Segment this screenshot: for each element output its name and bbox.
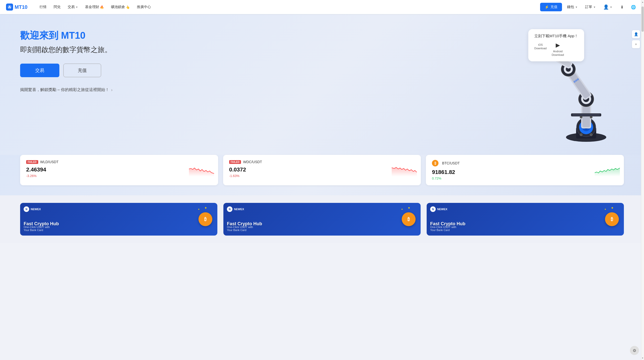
ticker-change-wdc: -1.63% bbox=[229, 174, 415, 178]
app-download-title: 立刻下載MT10手機 App！ bbox=[534, 34, 578, 38]
ticker-card-wld[interactable]: FAILED WLD/USDT 2.46394 -3.26% bbox=[20, 155, 218, 185]
fund-badge: 🔥 bbox=[100, 5, 104, 9]
banner-logo-text-1: NEWEX bbox=[234, 208, 244, 211]
nav-links: 行情 閃兌 交易 ▼ 基金理財 🔥 礦池鎖倉 👆 推廣中心 bbox=[36, 3, 533, 11]
ticker-status-wld: FAILED bbox=[26, 160, 38, 164]
banner-card-0[interactable]: N NEWEX ✦ ✦ Fast Crypto Hub One-Click US… bbox=[20, 203, 217, 236]
banner-card-1[interactable]: N NEWEX ✦ ✦ Fast Crypto Hub One-Click US… bbox=[223, 203, 421, 236]
profile-button[interactable]: 👤 ▼ bbox=[601, 3, 615, 11]
ticker-header-wld: FAILED WLD/USDT bbox=[26, 160, 212, 164]
hero-subtitle: 即刻開啟您的數字貨幣之旅。 bbox=[20, 45, 171, 55]
banner-logo-text-0: NEWEX bbox=[31, 208, 41, 211]
android-icon: ▶ bbox=[556, 42, 560, 49]
nav-market[interactable]: 行情 bbox=[36, 3, 50, 11]
navbar: MT10 行情 閃兌 交易 ▼ 基金理財 🔥 礦池鎖倉 👆 推廣中心 ⚡ 充值 bbox=[0, 0, 644, 14]
logo-icon bbox=[6, 4, 13, 11]
svg-point-28 bbox=[580, 133, 582, 136]
language-button[interactable]: 🌐 bbox=[629, 3, 638, 12]
profile-chevron-icon: ▼ bbox=[610, 6, 612, 9]
ticker-price-btc: 91861.82 bbox=[432, 169, 618, 175]
banner-card-2[interactable]: N NEWEX ✦ ✦ Fast Crypto Hub One-Click US… bbox=[427, 203, 624, 236]
ticker-price-wld: 2.46394 bbox=[26, 166, 212, 173]
ios-label: iOSDownload bbox=[534, 43, 547, 50]
orders-button[interactable]: 訂單 ▼ bbox=[583, 3, 598, 11]
hero-section: 歡迎來到 MT10 即刻開啟您的數字貨幣之旅。 交易 充值 揭開驚喜，解鎖獎勵 … bbox=[0, 14, 644, 155]
globe-icon: 🌐 bbox=[631, 5, 636, 10]
banner-logo-circle-0: N bbox=[24, 206, 29, 212]
ticker-header-btc: ₿ BTC/USDT bbox=[432, 160, 618, 166]
android-download-button[interactable]: ▶ AndroidDownload bbox=[552, 42, 564, 57]
side-plus-icon[interactable]: ＋ bbox=[632, 40, 640, 48]
download-button[interactable]: ⬇ bbox=[617, 3, 626, 12]
download-icon: ⬇ bbox=[620, 5, 624, 10]
banner-subtitle-0: One-Click USDT withYour Bank Card bbox=[24, 226, 50, 232]
ticker-pair-wld: WLD/USDT bbox=[40, 160, 59, 164]
scrollbar[interactable]: ▲ ▼ bbox=[641, 0, 644, 243]
scroll-handle[interactable] bbox=[641, 7, 644, 32]
scroll-up-arrow[interactable]: ▲ bbox=[641, 0, 644, 4]
banner-logo-circle-1: N bbox=[227, 206, 232, 212]
banners-section: N NEWEX ✦ ✦ Fast Crypto Hub One-Click US… bbox=[0, 195, 644, 243]
banner-logo-1: N NEWEX bbox=[227, 206, 244, 212]
nav-promo[interactable]: 推廣中心 bbox=[134, 3, 154, 11]
hero-title: 歡迎來到 MT10 bbox=[20, 29, 171, 42]
banner-star-0: ✦ bbox=[204, 206, 207, 210]
ticker-card-wdc[interactable]: FAILED WDC/USDT 0.0372 -1.63% bbox=[223, 155, 421, 185]
ticker-header-wdc: FAILED WDC/USDT bbox=[229, 160, 415, 164]
logo[interactable]: MT10 bbox=[6, 4, 27, 11]
btc-icon: ₿ bbox=[432, 160, 438, 166]
android-label: AndroidDownload bbox=[552, 50, 564, 57]
svg-rect-31 bbox=[572, 114, 600, 116]
banner-star-1: ✦ bbox=[198, 208, 200, 211]
wallet-chevron-icon: ▼ bbox=[575, 6, 578, 9]
trade-button[interactable]: 交易 bbox=[20, 64, 59, 77]
promo-arrow-icon: › bbox=[111, 88, 112, 92]
hero-content: 歡迎來到 MT10 即刻開啟您的數字貨幣之旅。 交易 充值 揭開驚喜，解鎖獎勵 … bbox=[20, 29, 171, 93]
ticker-card-btc[interactable]: ₿ BTC/USDT 91861.82 0.72% bbox=[426, 155, 624, 185]
orders-chevron-icon: ▼ bbox=[593, 6, 596, 9]
banner-star-3: ✦ bbox=[401, 208, 403, 211]
banner-star-4: ✦ bbox=[611, 206, 614, 210]
ticker-section: FAILED WLD/USDT 2.46394 -3.26% bbox=[0, 155, 644, 195]
banners-list: N NEWEX ✦ ✦ Fast Crypto Hub One-Click US… bbox=[20, 203, 624, 236]
ticker-chart-wdc bbox=[392, 164, 417, 176]
banner-star-5: ✦ bbox=[604, 208, 606, 211]
banner-logo-text-2: NEWEX bbox=[437, 208, 447, 211]
hero-promo-link[interactable]: 揭開驚喜，解鎖獎勵 – 你的精彩之旅從這裡開始！ › bbox=[20, 87, 171, 93]
charge-button[interactable]: ⚡ 充值 bbox=[540, 3, 562, 11]
side-user-icon[interactable]: 👤 bbox=[632, 30, 640, 38]
deposit-button[interactable]: 充值 bbox=[63, 64, 101, 77]
app-download-buttons: iOSDownload ▶ AndroidDownload bbox=[534, 42, 578, 57]
nav-trade[interactable]: 交易 ▼ bbox=[65, 3, 81, 11]
ticker-label-wdc: FAILED WDC/USDT bbox=[229, 160, 262, 164]
robot-section: 立刻下載MT10手機 App！ iOSDownload ▶ AndroidDow… bbox=[528, 24, 624, 145]
ticker-change-btc: 0.72% bbox=[432, 176, 618, 180]
banner-subtitle-2: One-Click USDT withYour Bank Card bbox=[430, 226, 456, 232]
nav-mining[interactable]: 礦池鎖倉 👆 bbox=[108, 3, 133, 11]
ticker-label-wld: FAILED WLD/USDT bbox=[26, 160, 59, 164]
ticker-price-wdc: 0.0372 bbox=[229, 166, 415, 173]
ticker-change-wld: -3.26% bbox=[26, 174, 212, 178]
trade-chevron-icon: ▼ bbox=[75, 6, 78, 9]
hero-buttons: 交易 充值 bbox=[20, 64, 171, 77]
nav-flash[interactable]: 閃兌 bbox=[51, 3, 64, 11]
ticker-status-wdc: FAILED bbox=[229, 160, 241, 164]
side-float-panel: 👤 ＋ bbox=[632, 30, 640, 48]
nav-fund[interactable]: 基金理財 🔥 bbox=[82, 3, 107, 11]
ios-download-button[interactable]: iOSDownload bbox=[534, 42, 547, 57]
ticker-chart-btc bbox=[595, 164, 620, 176]
banner-star-2: ✦ bbox=[408, 206, 411, 210]
nav-actions: ⚡ 充值 錢包 ▼ 訂單 ▼ 👤 ▼ ⬇ 🌐 bbox=[540, 3, 638, 12]
logo-text: MT10 bbox=[15, 4, 27, 10]
mining-badge: 👆 bbox=[126, 5, 130, 9]
app-download-card: 立刻下載MT10手機 App！ iOSDownload ▶ AndroidDow… bbox=[528, 29, 584, 61]
wallet-button[interactable]: 錢包 ▼ bbox=[565, 3, 580, 11]
banner-logo-0: N NEWEX bbox=[24, 206, 41, 212]
ticker-chart-wld bbox=[189, 164, 214, 176]
ticker-label-btc: ₿ BTC/USDT bbox=[432, 160, 460, 166]
ticker-pair-wdc: WDC/USDT bbox=[243, 160, 262, 164]
scroll-track[interactable] bbox=[641, 4, 644, 243]
banner-subtitle-1: One-Click USDT withYour Bank Card bbox=[227, 226, 253, 232]
ticker-cards: FAILED WLD/USDT 2.46394 -3.26% bbox=[20, 155, 624, 185]
banner-logo-2: N NEWEX bbox=[430, 206, 447, 212]
